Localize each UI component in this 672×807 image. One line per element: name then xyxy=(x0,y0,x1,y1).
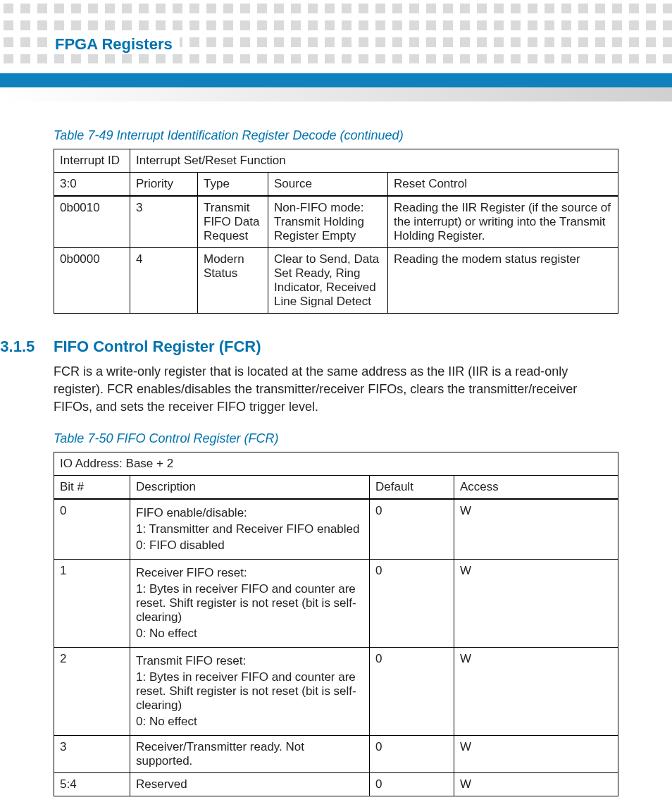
t2-r2-c3: W xyxy=(454,648,618,736)
t1-r1-c0: 0b0000 xyxy=(54,248,130,314)
t1-sub-30: 3:0 xyxy=(54,173,130,197)
t2-r1-c2: 0 xyxy=(370,560,454,648)
t2-r2-c1c: 0: No effect xyxy=(136,715,363,729)
t2-r1-c3: W xyxy=(454,560,618,648)
t2-r4-c2: 0 xyxy=(370,773,454,796)
t2-r1-c1a: Receiver FIFO reset: xyxy=(136,566,363,580)
section-body: FCR is a write-only register that is loc… xyxy=(54,363,618,416)
t1-r0-c0: 0b0010 xyxy=(54,196,130,248)
t1-sub-source: Source xyxy=(268,173,388,197)
t2-r2-c0: 2 xyxy=(54,648,130,736)
t1-r0-c2: Transmit FIFO Data Request xyxy=(198,196,268,248)
t2-r2-c1b: 1: Bytes in receiver FIFO and counter ar… xyxy=(136,670,363,713)
table-7-49: Interrupt ID Interrupt Set/Reset Functio… xyxy=(54,149,618,314)
t2-r1-c1: Receiver FIFO reset: 1: Bytes in receive… xyxy=(130,560,370,648)
table-row: 3 Receiver/Transmitter ready. Not suppor… xyxy=(54,736,618,773)
t2-r1-c1c: 0: No effect xyxy=(136,627,363,641)
t2-r3-c1: Receiver/Transmitter ready. Not supporte… xyxy=(130,736,370,773)
t2-r3-c0: 3 xyxy=(54,736,130,773)
t2-r0-c0: 0 xyxy=(54,499,130,560)
t2-hdr-desc: Description xyxy=(130,476,370,500)
t1-r0-c3: Non-FIFO mode: Transmit Holding Register… xyxy=(268,196,388,248)
t2-r4-c0: 5:4 xyxy=(54,773,130,796)
section-title: FIFO Control Register (FCR) xyxy=(54,338,261,355)
t1-r1-c4: Reading the modem status register xyxy=(388,248,618,314)
page-title: FPGA Registers xyxy=(54,35,180,54)
t1-r0-c4: Reading the IIR Register (if the source … xyxy=(388,196,618,248)
t1-r1-c3: Clear to Send, Data Set Ready, Ring Indi… xyxy=(268,248,388,314)
table-row: 2 Transmit FIFO reset: 1: Bytes in recei… xyxy=(54,648,618,736)
table-7-50-caption: Table 7-50 FIFO Control Register (FCR) xyxy=(54,431,618,446)
t2-io-address: IO Address: Base + 2 xyxy=(54,452,618,476)
header-grey-gradient xyxy=(0,87,672,101)
t1-r1-c1: 4 xyxy=(130,248,198,314)
t1-r1-c2: Modern Status xyxy=(198,248,268,314)
header-blue-bar xyxy=(0,73,672,87)
t2-r4-c1: Reserved xyxy=(130,773,370,796)
t2-r1-c1b: 1: Bytes in receiver FIFO and counter ar… xyxy=(136,582,363,624)
t1-hdr-interrupt-id: Interrupt ID xyxy=(54,149,130,173)
t1-sub-reset: Reset Control xyxy=(388,173,618,197)
section-number: 7.3.1.5 xyxy=(0,338,54,356)
table-row: 0 FIFO enable/disable: 1: Transmitter an… xyxy=(54,499,618,560)
t1-sub-priority: Priority xyxy=(130,173,198,197)
t2-r0-c1c: 0: FIFO disabled xyxy=(136,538,363,553)
t2-r0-c1: FIFO enable/disable: 1: Transmitter and … xyxy=(130,499,370,560)
t2-r0-c1a: FIFO enable/disable: xyxy=(136,506,363,520)
t2-hdr-access: Access xyxy=(454,476,618,500)
t2-r0-c1b: 1: Transmitter and Receiver FIFO enabled xyxy=(136,522,363,536)
t2-hdr-default: Default xyxy=(370,476,454,500)
table-7-49-caption: Table 7-49 Interrupt Identification Regi… xyxy=(54,128,618,143)
t2-r0-c2: 0 xyxy=(370,499,454,560)
table-row: 0b0010 3 Transmit FIFO Data Request Non-… xyxy=(54,196,618,248)
t2-r3-c3: W xyxy=(454,736,618,773)
table-7-50: IO Address: Base + 2 Bit # Description D… xyxy=(54,452,618,796)
t2-r2-c2: 0 xyxy=(370,648,454,736)
t2-hdr-bit: Bit # xyxy=(54,476,130,500)
t2-r2-c1: Transmit FIFO reset: 1: Bytes in receive… xyxy=(130,648,370,736)
table-row: 5:4 Reserved 0 W xyxy=(54,773,618,796)
t2-r0-c3: W xyxy=(454,499,618,560)
t2-r3-c2: 0 xyxy=(370,736,454,773)
t1-hdr-set-reset: Interrupt Set/Reset Function xyxy=(130,149,618,173)
table-row: 1 Receiver FIFO reset: 1: Bytes in recei… xyxy=(54,560,618,648)
section-heading-7-3-1-5: 7.3.1.5FIFO Control Register (FCR) xyxy=(0,338,618,356)
t2-r1-c0: 1 xyxy=(54,560,130,648)
table-row: 0b0000 4 Modern Status Clear to Send, Da… xyxy=(54,248,618,314)
t2-r4-c3: W xyxy=(454,773,618,796)
t1-r0-c1: 3 xyxy=(130,196,198,248)
t1-sub-type: Type xyxy=(198,173,268,197)
t2-r2-c1a: Transmit FIFO reset: xyxy=(136,654,363,668)
